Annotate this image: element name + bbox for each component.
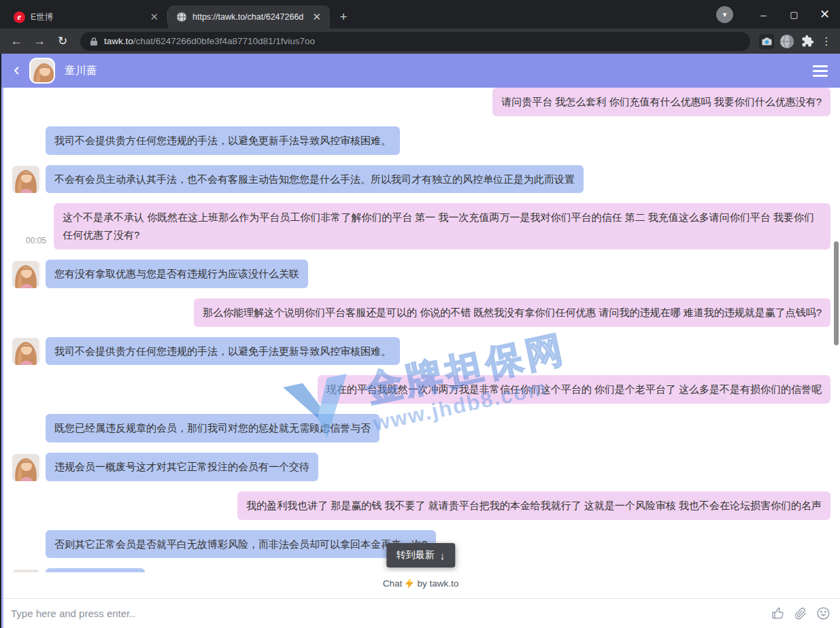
globe-extension-icon[interactable]: [777, 32, 796, 51]
browser-tab-esports[interactable]: e E世博 ✕: [5, 5, 167, 29]
agent-message-bubble: 不会有会员主动承认其手法，也不会有客服主动告知您您是什么手法。所以我司才有独立的…: [46, 165, 584, 194]
url-path: /chat/6247266d0bfe3f4a87710d81/1fvius7oo: [133, 36, 315, 46]
tab-close-icon[interactable]: ✕: [148, 11, 161, 23]
down-arrow-icon: ↓: [440, 550, 446, 561]
agent-avatar-image: [12, 338, 39, 365]
tab-title: E世博: [31, 12, 142, 23]
browser-titlebar: e E世博 ✕ https://tawk.to/chat/6247266d ✕ …: [0, 0, 840, 29]
screenshot-extension-icon[interactable]: [757, 32, 776, 51]
message-input-bar: [1, 598, 840, 628]
agent-avatar: [31, 59, 54, 82]
agent-avatar: [12, 166, 39, 193]
scrollbar-thumb[interactable]: [834, 241, 839, 345]
message-row: 那么你能理解这个说明你们平台客服还是可以的 你说的不错 既然我没有拿你们任何优惠…: [12, 298, 830, 327]
agent-message-bubble: 您有没有拿取优惠与您是否有违规行为应该没什么关联: [46, 260, 308, 288]
message-row: 我的盈利我也讲了 那是赢的钱 我不要了 就请贵平台把我的本金给我就行了 这就是一…: [12, 491, 830, 520]
message-row: 您有没有拿取优惠与您是否有违规行为应该没什么关联: [12, 260, 830, 288]
message-row: 请问贵平台 我怎么套利 你们充值有什么优惠吗 我要你们什么优惠没有?: [12, 88, 830, 116]
agent-message-bubble: 我司不会提供贵方任何您违规的手法，以避免更新手法导致风控审核困难。: [46, 126, 400, 155]
message-timestamp: 00:05: [26, 236, 46, 245]
browser-tab-tawk-chat[interactable]: https://tawk.to/chat/6247266d ✕: [168, 5, 330, 29]
message-row: 不会有会员主动承认其手法，也不会有客服主动告知您您是什么手法。所以我司才有独立的…: [12, 165, 830, 194]
tawk-branding[interactable]: Chat by tawk.to: [1, 572, 840, 594]
lock-icon: [90, 37, 98, 46]
forward-button[interactable]: →: [29, 31, 50, 52]
browser-toolbar: ← → ↻ tawk.to/chat/6247266d0bfe3f4a87710…: [0, 29, 840, 54]
visitor-message-bubble: 我的盈利我也讲了 那是赢的钱 我不要了 就请贵平台把我的本金给我就行了 这就是一…: [237, 491, 830, 520]
close-window-button[interactable]: ✕: [809, 0, 840, 29]
message-row: 这样才叫有损信誉: [12, 568, 830, 572]
agent-message-bubble: 既您已经属违反规章的会员，那们我司对您的惩处就无需顾虑信誉与否: [46, 414, 380, 442]
address-bar[interactable]: tawk.to/chat/6247266d0bfe3f4a87710d81/1f…: [80, 32, 750, 51]
tawk-chat-page: ‹ 童川蔷 请问贵平台 我怎么套利 你们充值有什么优惠吗 我要你们什么优惠没有?…: [0, 54, 840, 628]
page-left-accent: [1, 88, 3, 628]
lightning-bolt-icon: [405, 578, 414, 589]
chat-message-list: 请问贵平台 我怎么套利 你们充值有什么优惠吗 我要你们什么优惠没有?我司不会提供…: [1, 88, 840, 572]
message-row: 00:05这个不是承不承认 你既然在这上班那么作为平台员工你们非常了解你们的平台…: [12, 203, 830, 249]
esports-favicon-icon: e: [14, 12, 25, 23]
agent-message-bubble: 这样才叫有损信誉: [46, 568, 145, 572]
extensions-puzzle-icon[interactable]: [798, 32, 817, 51]
visitor-message-bubble: 这个不是承不承认 你既然在这上班那么作为平台员工你们非常了解你们的平台 第一 我…: [54, 203, 830, 249]
agent-message-bubble: 否则其它正常会员是否就平白无故博彩风险，而非法会员却可以拿回本金再来一次?: [46, 530, 436, 559]
back-chevron-icon[interactable]: ‹: [14, 60, 20, 78]
agent-avatar-image: [12, 261, 39, 288]
hamburger-menu-icon[interactable]: [813, 65, 828, 77]
message-row: 我司不会提供贵方任何您违规的手法，以避免手法更新导致风控审核困难。: [12, 337, 830, 366]
branding-by-label: by tawk.to: [417, 578, 458, 589]
tab-close-icon[interactable]: ✕: [310, 11, 323, 23]
agent-avatar-image: [12, 166, 39, 193]
branding-chat-label: Chat: [383, 578, 403, 589]
agent-avatar: [12, 570, 39, 572]
agent-avatar-image: [31, 59, 55, 84]
message-row: 既您已经属违反规章的会员，那们我司对您的惩处就无需顾虑信誉与否: [12, 414, 830, 442]
reload-button[interactable]: ↻: [52, 31, 73, 52]
agent-avatar: [12, 261, 39, 288]
jump-to-latest-label: 转到最新: [397, 549, 435, 561]
chat-header: ‹ 童川蔷: [1, 54, 840, 88]
message-row: 违规会员一概废号这才对其它正常投注的会员有一个交待: [12, 453, 830, 481]
message-row: 我司不会提供贵方任何您违规的手法，以避免更新手法导致风控审核困难。: [12, 126, 830, 155]
visitor-message-bubble: 请问贵平台 我怎么套利 你们充值有什么优惠吗 我要你们什么优惠没有?: [492, 88, 830, 116]
url-text: tawk.to/chat/6247266d0bfe3f4a87710d81/1f…: [104, 36, 315, 46]
message-input[interactable]: [11, 608, 762, 619]
agent-avatar: [12, 338, 39, 365]
visitor-message-bubble: 现在的平台我既然一次冲两万我是非常信任你们这个平台的 你们是个老平台了 这么多是…: [318, 375, 830, 404]
tab-title: https://tawk.to/chat/6247266d: [192, 12, 305, 22]
agent-message-bubble: 我司不会提供贵方任何您违规的手法，以避免手法更新导致风控审核困难。: [46, 337, 400, 366]
new-tab-button[interactable]: +: [334, 7, 353, 27]
agent-name: 童川蔷: [65, 64, 97, 78]
globe-favicon-icon: [176, 12, 187, 22]
header-avatar: [29, 58, 55, 84]
agent-avatar-image: [12, 454, 39, 481]
jump-to-latest-button[interactable]: 转到最新 ↓: [386, 543, 456, 568]
back-button[interactable]: ←: [5, 31, 27, 52]
thumbs-up-icon[interactable]: [771, 606, 785, 621]
url-domain: tawk.to: [104, 36, 133, 46]
visitor-message-bubble: 那么你能理解这个说明你们平台客服还是可以的 你说的不错 既然我没有拿你们任何优惠…: [194, 298, 830, 327]
emoji-smiley-icon[interactable]: [816, 606, 830, 621]
attachment-paperclip-icon[interactable]: [794, 606, 807, 621]
agent-avatar-image: [12, 570, 39, 572]
message-row: 现在的平台我既然一次冲两万我是非常信任你们这个平台的 你们是个老平台了 这么多是…: [12, 375, 830, 404]
browser-menu-icon[interactable]: ⋮: [818, 35, 835, 48]
agent-avatar: [12, 454, 39, 481]
maximize-button[interactable]: ▢: [779, 0, 809, 29]
camera-icon: [762, 37, 772, 46]
minimize-button[interactable]: –: [748, 0, 779, 29]
agent-message-bubble: 违规会员一概废号这才对其它正常投注的会员有一个交待: [46, 453, 318, 481]
media-controls-button[interactable]: ▾: [716, 6, 733, 23]
